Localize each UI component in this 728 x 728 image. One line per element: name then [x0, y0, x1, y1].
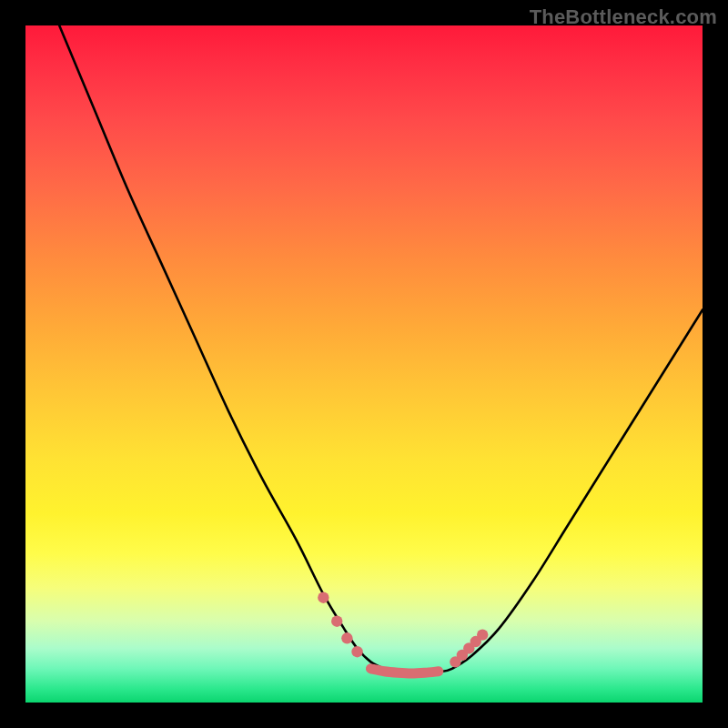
- chart-frame: TheBottleneck.com: [0, 0, 728, 728]
- curve-marker: [318, 592, 329, 602]
- curve-marker: [331, 616, 342, 627]
- curve-svg: [25, 25, 703, 703]
- curve-marker: [351, 646, 362, 657]
- curve-marker: [477, 629, 488, 640]
- bottleneck-curve: [59, 25, 703, 673]
- trough-highlight: [370, 669, 438, 673]
- curve-markers: [318, 592, 488, 667]
- curve-marker: [341, 632, 352, 643]
